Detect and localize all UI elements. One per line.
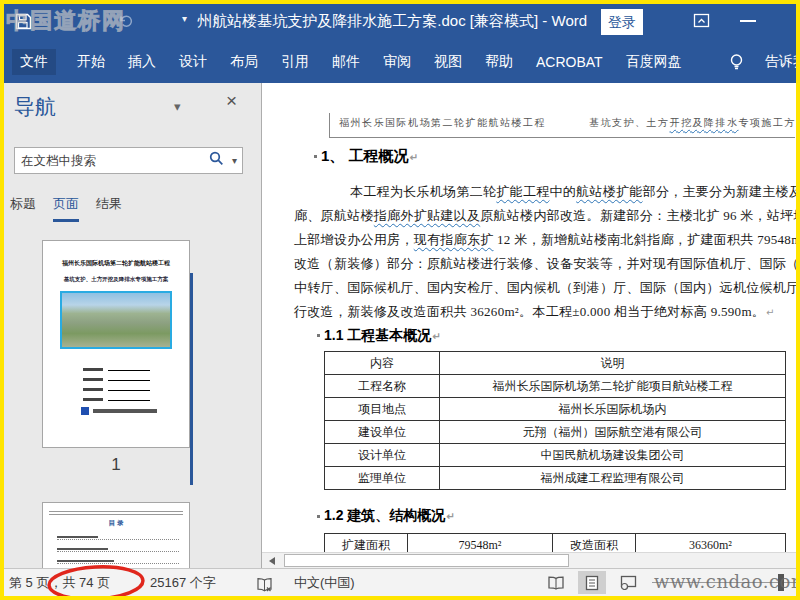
tab-references[interactable]: 引用 — [279, 49, 311, 75]
window-title: 州航站楼基坑支护及降排水施工方案.doc [兼容模式] - Word — [197, 12, 587, 31]
save-icon[interactable] — [14, 12, 33, 35]
table-row: 监理单位福州成建工程监理有限公司 — [325, 467, 786, 490]
heading-1-2: 1.2 建筑、结构概况↵ — [324, 507, 455, 525]
heading-1: 1、 工程概况↵ — [321, 147, 418, 166]
thumb-cover-title-1: 福州长乐国际机场第二轮扩能航站楼工程 — [43, 259, 189, 268]
thumb-signature-block — [83, 361, 189, 401]
thumbnail-1-page-number: 1 — [42, 455, 190, 475]
word-count[interactable]: 25167 个字 — [150, 569, 216, 596]
nav-tab-pages[interactable]: 页面 — [53, 195, 79, 222]
header-tick — [329, 113, 330, 137]
main-area: 导航 ▾ × ▾ 标题 页面 结果 福州长乐国际机场第二 — [4, 83, 796, 568]
word-window: ▾ 中国道桥网 州航站楼基坑支护及降排水施工方案.doc [兼容模式] - Wo… — [0, 0, 800, 600]
zoom-slider-handle[interactable] — [778, 574, 784, 591]
page-header-right: 基坑支护、土方开挖及降排水专项施工方案 — [589, 116, 796, 130]
header-rule — [329, 137, 795, 138]
nav-pane-close-icon[interactable]: × — [226, 91, 237, 110]
read-mode-icon[interactable] — [542, 571, 570, 594]
print-layout-icon[interactable] — [578, 571, 606, 594]
table-row: 设计单位中国民航机场建设集团公司 — [325, 444, 786, 467]
nav-pane-menu-icon[interactable]: ▾ — [174, 99, 181, 114]
thumb-toc-line — [57, 543, 179, 552]
customize-qat-icon[interactable]: ▾ — [182, 13, 187, 24]
search-options-icon[interactable]: ▾ — [232, 155, 237, 166]
page-header-left: 福州长乐国际机场第二轮扩能航站楼工程 — [339, 116, 546, 130]
tab-help[interactable]: 帮助 — [483, 49, 515, 75]
body-line-2: 廊、原航站楼指廊外扩贴建以及原航站楼内部改造。新建部分：主楼北扩 96 米，站坪… — [294, 207, 796, 225]
status-bar: 第 5 页，共 74 页 25167 个字 中文(中国) — [4, 568, 796, 596]
quick-access-toolbar — [14, 12, 39, 35]
table-row: 工程名称福州长乐国际机场第二轮扩能项目航站楼工程 — [325, 375, 786, 398]
scrollbar-thumb[interactable] — [284, 554, 569, 567]
ribbon-display-options-icon[interactable] — [693, 13, 710, 33]
tab-home[interactable]: 开始 — [75, 49, 107, 75]
navigation-pane: 导航 ▾ × ▾ 标题 页面 结果 福州长乐国际机场第二 — [4, 83, 262, 568]
page-thumbnail-1[interactable]: 福州长乐国际机场第二轮扩能航站楼工程 基坑支护、土方开挖及降排水专项施工方案 — [42, 240, 190, 448]
table-row: 内容说明 — [325, 352, 786, 375]
heading-1-1: 1.1 工程基本概况↵ — [324, 327, 441, 345]
minimize-button[interactable] — [740, 20, 756, 22]
body-line-5: 中转厅、国际候机厅、国内安检厅、国内候机（到港）厅、国际（国内）远机位候机厅等 — [294, 279, 796, 297]
nav-pane-tabs: 标题 页面 结果 — [10, 195, 122, 222]
nav-tab-headings[interactable]: 标题 — [10, 195, 36, 222]
tab-view[interactable]: 视图 — [432, 49, 464, 75]
nav-pane-scrollbar[interactable] — [190, 273, 193, 485]
tab-design[interactable]: 设计 — [177, 49, 209, 75]
thumb-toc-line — [57, 555, 179, 564]
document-canvas[interactable]: 福州长乐国际机场第二轮扩能航站楼工程 基坑支护、土方开挖及降排水专项施工方案 1… — [262, 83, 796, 568]
tab-insert[interactable]: 插入 — [126, 49, 158, 75]
project-info-table: 内容说明 工程名称福州长乐国际机场第二轮扩能项目航站楼工程 项目地点福州长乐国际… — [324, 351, 786, 490]
navigation-pane-title: 导航 — [14, 93, 56, 121]
tab-file[interactable]: 文件 — [12, 49, 56, 75]
zoom-slider[interactable] — [652, 582, 798, 583]
tab-baidu-netdisk[interactable]: 百度网盘 — [624, 49, 684, 75]
search-icon[interactable] — [209, 151, 224, 170]
table-row: 项目地点福州长乐国际机场内 — [325, 398, 786, 421]
title-bar: ▾ 中国道桥网 州航站楼基坑支护及降排水施工方案.doc [兼容模式] - Wo… — [4, 4, 796, 40]
tab-acrobat[interactable]: ACROBAT — [534, 50, 605, 74]
proofing-status-icon[interactable] — [256, 575, 273, 600]
web-layout-icon[interactable] — [614, 571, 642, 594]
ribbon-tab-bar: 文件 开始 插入 设计 布局 引用 邮件 审阅 视图 帮助 ACROBAT 百度… — [4, 40, 796, 83]
tab-review[interactable]: 审阅 — [381, 49, 413, 75]
thumb-company-logo — [81, 407, 189, 415]
lightbulb-icon — [729, 53, 744, 71]
horizontal-scrollbar[interactable] — [262, 552, 796, 568]
body-line-4: 改造（新装修）部分：原航站楼进行装修、设备安装等，并对现有国际值机厅、国际（国内 — [294, 255, 796, 273]
body-line-6: 行改造，新装修及改造面积共 36260m²。本工程±0.000 相当于绝对标高 … — [294, 303, 775, 321]
thumb-airport-photo — [60, 291, 172, 349]
thumb-toc-title: 目 录 — [43, 519, 189, 528]
tell-me-box[interactable]: 告诉我 — [763, 49, 800, 75]
table-row: 建设单位元翔（福州）国际航空港有限公司 — [325, 421, 786, 444]
thumb-toc-line — [57, 531, 179, 540]
thumb-cover-title-2: 基坑支护、土方开挖及降排水专项施工方案 — [43, 276, 189, 283]
page-thumbnail-2[interactable]: 目 录 — [42, 502, 190, 568]
nav-tab-results[interactable]: 结果 — [96, 195, 122, 222]
body-line-1: 本工程为长乐机场第二轮扩能工程中的航站楼扩能部分，主要分为新建主楼及南北斜 — [350, 183, 796, 201]
undo-icon[interactable] — [116, 12, 134, 34]
tab-mailings[interactable]: 邮件 — [330, 49, 362, 75]
search-input[interactable] — [15, 153, 209, 169]
page-indicator[interactable]: 第 5 页，共 74 页 — [9, 569, 110, 596]
sign-in-button[interactable]: 登录 — [601, 9, 643, 35]
tab-layout[interactable]: 布局 — [228, 49, 260, 75]
view-shortcuts — [542, 571, 642, 594]
body-line-3: 上部增设办公用房，现有指廊东扩 12 米，新增航站楼南北斜指廊，扩建面积共 79… — [294, 231, 796, 249]
language-indicator[interactable]: 中文(中国) — [294, 569, 355, 596]
scroll-left-arrow-icon[interactable] — [264, 555, 280, 567]
document-search-box: ▾ — [14, 147, 243, 174]
